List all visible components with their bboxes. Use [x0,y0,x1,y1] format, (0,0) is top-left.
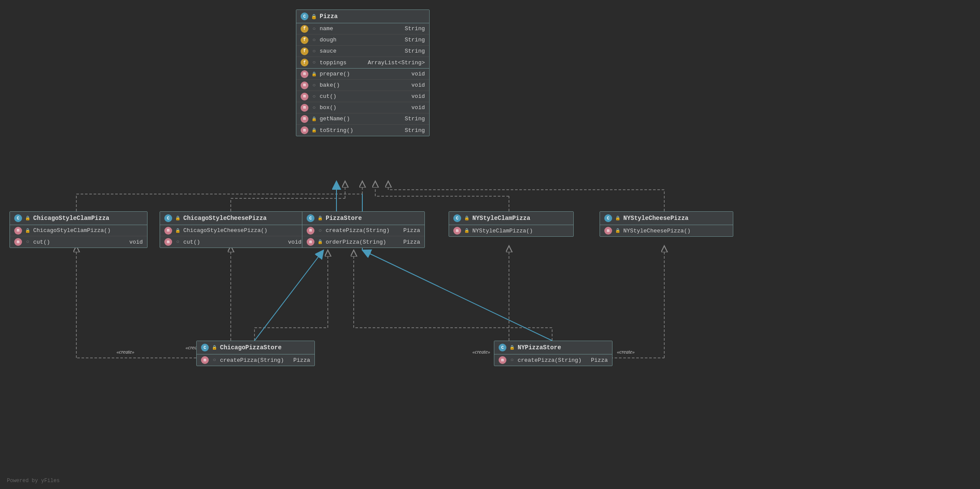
field-toppings: f toppings ArrayList<String> [296,57,429,68]
method-tostring: m 🔒 toString() String [296,125,429,136]
lock-icon: 🔒 [25,228,31,234]
method-prepare: m 🔒 prepare() void [296,69,429,80]
lock-icon: 🔒 [615,228,621,234]
badge-c: C [164,214,172,222]
field-label: dough [320,37,402,43]
lock-icon: 🔒 [464,228,470,234]
method-label: ChicagoStyleClamPizza() [33,227,143,234]
field-type: String [405,37,425,43]
badge-m: m [307,238,314,246]
class-title: NYPizzaStore [518,344,561,351]
badge-m: m [14,227,22,235]
method-orderpizza: m 🔒 orderPizza(String) Pizza [302,236,424,248]
circle-icon [311,94,317,100]
lock-icon: 🔒 [509,345,515,351]
class-ny-cheese: C 🔒 NYStyleCheesePizza m 🔒 NYStyleCheese… [600,211,733,237]
watermark: Powered by yFiles [7,478,60,484]
class-title: NYStyleCheesePizza [623,215,688,222]
header: C 🔒 NYStyleClamPizza [449,212,573,225]
class-pizza-title: Pizza [320,13,338,20]
badge-m: m [307,227,314,235]
method-constructor: m 🔒 ChicagoStyleClamPizza() [10,225,147,236]
badge-f: f [301,47,308,55]
svg-line-33 [362,250,552,341]
method-box: m box() void [296,102,429,113]
method-getname: m 🔒 getName() String [296,113,429,125]
method-label: orderPizza(String) [326,239,401,245]
badge-c: C [201,344,209,351]
lock-icon: 🔒 [175,215,181,221]
badge-m: m [164,227,172,235]
method-constructor: m 🔒 NYStyleClamPizza() [449,225,573,236]
class-title: ChicagoStyleCheesePizza [183,215,267,222]
circle-icon [317,228,323,234]
method-label: cut() [183,239,286,245]
header: C 🔒 NYPizzaStore [494,341,612,354]
method-type: void [288,239,302,245]
field-type: ArrayList<String> [368,60,425,66]
badge-m: m [201,356,209,364]
circle-icon [311,37,317,43]
method-label: NYStyleCheesePizza() [623,228,729,234]
method-label: box() [320,104,409,111]
method-type: void [411,93,425,100]
pizza-fields: f name String f dough String f sauce Str… [296,23,429,68]
class-chicago-cheese: C 🔒 ChicagoStyleCheesePizza m 🔒 ChicagoS… [160,211,306,248]
circle-icon [311,105,317,111]
header: C 🔒 ChicagoPizzaStore [197,341,314,354]
badge-m: m [301,115,308,123]
method-type: Pizza [591,357,608,364]
header: C 🔒 PizzaStore [302,212,424,225]
class-title: PizzaStore [326,215,362,222]
method-bake: m bake() void [296,80,429,91]
svg-text:«create»: «create» [472,349,490,355]
field-name: f name String [296,23,429,34]
method-constructor: m 🔒 ChicagoStyleCheesePizza() [160,225,306,236]
field-sauce: f sauce String [296,46,429,57]
method-cut: m cut() void [296,91,429,102]
class-pizza: C 🔒 Pizza f name String f dough String f… [296,9,430,136]
badge-m: m [499,356,506,364]
method-label: bake() [320,82,409,88]
method-cut: m cut() void [160,236,306,248]
lock-icon: 🔒 [25,215,31,221]
badge-f: f [301,25,308,33]
field-label: toppings [320,60,365,66]
circle-icon [25,239,31,245]
badge-c: C [14,214,22,222]
lock-icon-pizza: 🔒 [311,13,317,19]
svg-text:«create»: «create» [116,349,135,355]
lock-icon: 🔒 [317,215,323,221]
badge-c: C [307,214,314,222]
method-type: void [411,82,425,88]
class-ny-clam: C 🔒 NYStyleClamPizza m 🔒 NYStyleClamPizz… [449,211,574,237]
method-cut: m cut() void [10,236,147,248]
method-label: createPizza(String) [220,357,291,364]
badge-m: m [301,70,308,78]
class-ny-store: C 🔒 NYPizzaStore m createPizza(String) P… [494,341,612,366]
badge-f: f [301,36,308,44]
method-label: prepare() [320,71,409,77]
class-title: ChicagoPizzaStore [220,344,282,351]
method-constructor: m 🔒 NYStyleCheesePizza() [600,225,733,236]
lock-icon: 🔒 [175,228,181,234]
method-type: String [405,127,425,134]
badge-m: m [301,104,308,112]
badge-m: m [164,238,172,246]
lock-icon: 🔒 [615,215,621,221]
badge-c: C [499,344,506,351]
method-type: Pizza [403,227,420,234]
svg-line-32 [254,250,324,341]
field-dough: f dough String [296,34,429,46]
lock-icon: 🔒 [211,345,217,351]
badge-c-pizza: C [301,13,308,20]
header: C 🔒 NYStyleCheesePizza [600,212,733,225]
method-label: createPizza(String) [518,357,588,364]
circle-icon [311,60,317,66]
badge-m: m [14,238,22,246]
class-pizzastore: C 🔒 PizzaStore m createPizza(String) Piz… [302,211,425,248]
method-label: getName() [320,116,402,122]
method-label: cut() [33,239,127,245]
method-createpizza: m createPizza(String) Pizza [197,354,314,366]
badge-c: C [604,214,612,222]
